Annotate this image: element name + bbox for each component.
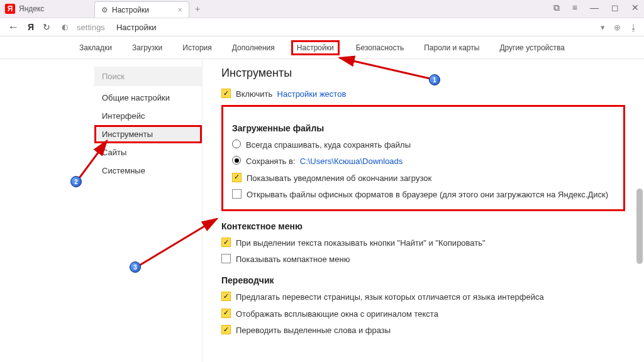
window-controls: ⧉ ≡ — ◻ ✕ xyxy=(553,3,639,13)
close-window-icon[interactable]: ✕ xyxy=(631,3,639,13)
checkbox-find-copy[interactable]: ✓ xyxy=(221,238,231,247)
gestures-settings-link[interactable]: Настройки жестов xyxy=(277,89,347,99)
settings-content: Инструменты ✓ Включить Настройки жестов … xyxy=(203,59,644,362)
panel-icon[interactable]: ⧉ xyxy=(553,3,560,13)
nav-bookmarks[interactable]: Закладки xyxy=(75,41,116,55)
annotation-marker-2: 2 xyxy=(70,176,82,187)
nav-downloads[interactable]: Загрузки xyxy=(128,41,166,55)
nav-addons[interactable]: Дополнения xyxy=(228,41,279,55)
sidebar-item-sites[interactable]: Сайты xyxy=(94,143,202,162)
context-menu-heading: Контекстное меню xyxy=(221,221,625,231)
sidebar-item-general[interactable]: Общие настройки xyxy=(94,89,202,107)
minimize-icon[interactable]: — xyxy=(590,3,599,13)
globe-icon[interactable]: ⊕ xyxy=(614,23,621,32)
checkbox-compact-menu[interactable] xyxy=(221,254,231,263)
window-titlebar: Я Яндекс ⚙ Настройки × + ⧉ ≡ — ◻ ✕ xyxy=(0,0,644,18)
new-tab-button[interactable]: + xyxy=(195,4,200,14)
nav-history[interactable]: История xyxy=(179,41,216,55)
checkbox-translate-popup[interactable]: ✓ xyxy=(221,309,231,318)
checkbox-translate-selected[interactable]: ✓ xyxy=(221,325,231,334)
settings-sidebar: Поиск Общие настройки Интерфейс Инструме… xyxy=(94,59,203,362)
checkbox-download-notify[interactable]: ✓ xyxy=(232,173,242,182)
downloads-heading: Загруженные файлы xyxy=(232,123,614,133)
sidebar-item-tools[interactable]: Инструменты xyxy=(94,125,202,143)
window-title: Яндекс xyxy=(19,4,44,13)
back-button[interactable]: ← xyxy=(8,21,19,34)
checkbox-open-office[interactable] xyxy=(232,189,242,199)
browser-toolbar: ← Я ↻ ◐ settings Настройки ▾ ⊕ ⭳ xyxy=(0,18,644,36)
download-icon[interactable]: ⭳ xyxy=(630,23,638,32)
maximize-icon[interactable]: ◻ xyxy=(611,3,619,13)
radio-always-ask[interactable] xyxy=(232,140,241,148)
checkbox-enable-gestures[interactable]: ✓ xyxy=(221,89,231,98)
settings-top-nav: Закладки Загрузки История Дополнения Нас… xyxy=(0,36,644,59)
nav-settings[interactable]: Настройки xyxy=(291,40,340,55)
annotation-marker-1: 1 xyxy=(429,74,440,85)
radio-save-to[interactable] xyxy=(232,156,241,165)
browser-tab-active[interactable]: ⚙ Настройки × xyxy=(94,1,189,18)
reload-button[interactable]: ↻ xyxy=(43,22,50,32)
section-tools-heading: Инструменты xyxy=(221,67,625,80)
yandex-logo-icon: Я xyxy=(5,4,15,14)
scrollbar-thumb[interactable] xyxy=(636,189,643,264)
bookmark-icon[interactable]: ▾ xyxy=(601,23,605,32)
download-path-link[interactable]: C:\Users\Ксюша\Downloads xyxy=(300,156,403,166)
checkbox-translate-offer[interactable]: ✓ xyxy=(221,292,231,301)
main-area: Поиск Общие настройки Интерфейс Инструме… xyxy=(0,59,644,362)
gear-icon: ⚙ xyxy=(101,6,108,14)
nav-passwords[interactable]: Пароли и карты xyxy=(420,41,483,55)
tab-title: Настройки xyxy=(112,6,149,14)
nav-security[interactable]: Безопасность xyxy=(352,41,408,55)
downloads-section-highlight: Загруженные файлы Всегда спрашивать, куд… xyxy=(221,105,625,211)
tab-close-icon[interactable]: × xyxy=(178,6,182,14)
sidebar-item-interface[interactable]: Интерфейс xyxy=(94,107,202,125)
menu-icon[interactable]: ≡ xyxy=(572,3,577,13)
url-path[interactable]: settings xyxy=(77,23,105,32)
shield-icon: ◐ xyxy=(62,23,68,31)
annotation-marker-3: 3 xyxy=(130,261,141,273)
home-button[interactable]: Я xyxy=(28,22,34,32)
sidebar-item-system[interactable]: Системные xyxy=(94,162,202,180)
translator-heading: Переводчик xyxy=(221,275,625,285)
nav-other-devices[interactable]: Другие устройства xyxy=(496,41,569,55)
url-label[interactable]: Настройки xyxy=(116,23,157,32)
sidebar-search[interactable]: Поиск xyxy=(94,67,202,86)
